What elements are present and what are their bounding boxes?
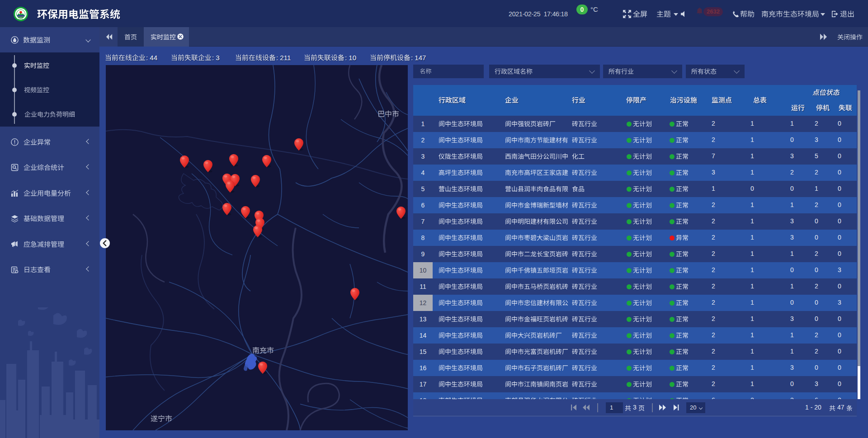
svg-text:NCEPB: NCEPB [19, 19, 24, 20]
